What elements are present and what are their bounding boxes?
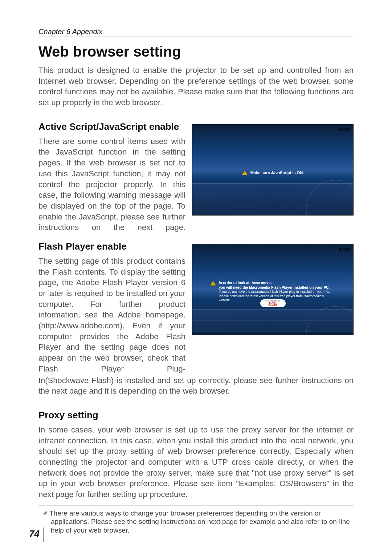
page-title: Web browser setting — [38, 44, 354, 60]
svg-text:!: ! — [212, 282, 213, 286]
flash-body-col: The setting page of this product contain… — [38, 256, 185, 374]
page-number: 74 — [29, 528, 40, 539]
section-title-proxy: Proxy setting — [38, 410, 354, 421]
section-title-flash: Flash Player enable — [38, 241, 185, 252]
javascript-warning-text: Make sure JavaScript is ON. — [250, 171, 304, 175]
warning-icon: ! — [210, 280, 216, 286]
warning-icon: ! — [242, 170, 248, 175]
top-refresh-button: TOP — [339, 247, 350, 252]
proxy-body: In some cases, your web browser is set u… — [38, 424, 354, 500]
activescript-body: There are some control items used with t… — [38, 136, 185, 233]
flash-body-continuation: In(Shockwave Flash) is installed and set… — [38, 375, 354, 397]
footnote: ✐There are various ways to change your b… — [38, 509, 354, 535]
svg-text:!: ! — [244, 171, 245, 175]
screenshot-javascript-warning: TOP ! Make sure JavaScript is ON. — [192, 124, 354, 216]
chapter-header: Chapter 6 Appendix — [38, 28, 354, 37]
screenshot-flash-warning: TOP ! In order to look at these movie, y… — [192, 244, 354, 335]
get-flash-button: GET macromedia FLASH PLAYER — [260, 299, 286, 307]
top-refresh-button: TOP — [339, 127, 350, 132]
footnote-divider — [38, 505, 354, 505]
section-title-activescript: Active Script/JavaScript enable — [38, 121, 185, 132]
intro-paragraph: This product is designed to enable the p… — [38, 65, 354, 108]
note-icon: ✐ — [43, 510, 48, 517]
